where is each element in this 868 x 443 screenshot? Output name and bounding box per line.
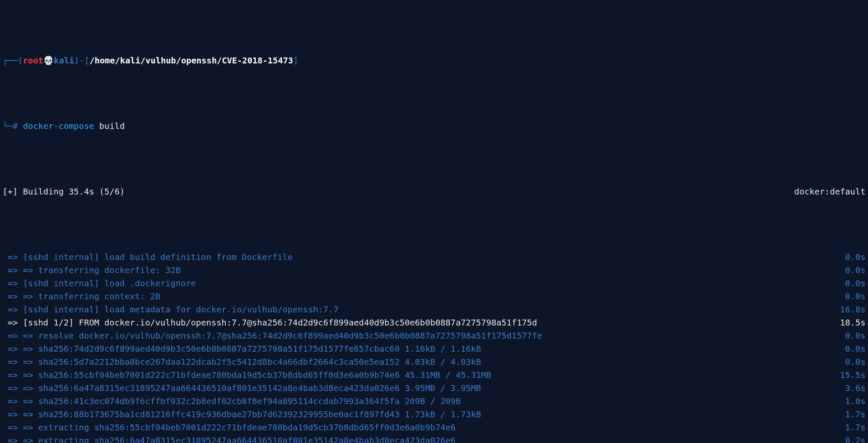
build-status-line: [+] Building 35.4s (5/6) docker:default — [3, 185, 865, 198]
build-row-time: 0.0s — [837, 342, 865, 355]
build-row-text: => => transferring dockerfile: 32B — [3, 264, 181, 277]
build-output: => [sshd internal] load build definition… — [3, 251, 865, 443]
prompt-path: /home/kali/vulhub/openssh/CVE-2018-15473 — [90, 55, 293, 66]
prompt-close: )-[ — [74, 55, 90, 66]
build-row-text: => => resolve docker.io/vulhub/openssh:7… — [3, 329, 542, 342]
build-row-time: 16.8s — [832, 303, 865, 316]
build-row-time: 1.0s — [837, 395, 865, 408]
build-row: => => sha256:6a47a8315ec31895247aa664436… — [3, 382, 865, 395]
terminal[interactable]: ┌──(root💀kali)-[/home/kali/vulhub/openss… — [0, 0, 868, 443]
build-row-text: => [sshd internal] load .dockerignore — [3, 277, 196, 290]
build-row: => => sha256:74d2d9c6f899aed40d9b3c50e6b… — [3, 342, 865, 355]
build-row-text: => => sha256:41c3ec074db9f6cffbf932c2b8e… — [3, 395, 461, 408]
build-row-text: => => sha256:5d7a2212bba8bce267daa122dca… — [3, 355, 481, 369]
prompt-hash: # — [13, 121, 18, 131]
build-row-time: 15.5s — [832, 369, 865, 382]
build-row: => => transferring dockerfile: 32B0.0s — [3, 264, 865, 277]
build-row-text: => => sha256:88b173675ba1cd81216ffc419c9… — [3, 408, 481, 421]
build-row-text: => [sshd internal] load metadata for doc… — [3, 303, 339, 316]
build-row: => => transferring context: 2B0.0s — [3, 290, 865, 303]
build-row-time: 0.0s — [837, 277, 865, 290]
build-row-time: 3.6s — [837, 382, 865, 395]
build-row-text: => => sha256:74d2d9c6f899aed40d9b3c50e6b… — [3, 342, 481, 355]
build-row-text: => => sha256:55cbf04beb7001d222c71bfdeae… — [3, 369, 491, 382]
prompt-end: ] — [293, 55, 298, 66]
build-row-time: 1.7s — [837, 421, 865, 434]
prompt-open: ┌──( — [3, 55, 23, 66]
build-row: => => sha256:88b173675ba1cd81216ffc419c9… — [3, 408, 865, 421]
build-row-text: => => transferring context: 2B — [3, 290, 160, 303]
build-row-text: => => sha256:6a47a8315ec31895247aa664436… — [3, 382, 481, 395]
build-row-time: 0.2s — [837, 434, 865, 443]
build-row-time: 18.5s — [832, 316, 865, 329]
command-part1: docker-compose — [23, 121, 94, 131]
build-row-time: 1.7s — [837, 408, 865, 421]
build-row: => => sha256:5d7a2212bba8bce267daa122dca… — [3, 355, 865, 369]
build-status-left: [+] Building 35.4s (5/6) — [3, 185, 125, 198]
prompt-host: kali — [54, 55, 74, 66]
prompt-user: root — [23, 55, 43, 66]
build-row: => [sshd internal] load .dockerignore0.0… — [3, 277, 865, 290]
build-row: => => sha256:41c3ec074db9f6cffbf932c2b8e… — [3, 395, 865, 408]
build-status-right: docker:default — [786, 185, 865, 198]
skull-icon: 💀 — [43, 55, 54, 66]
command-part2: build — [99, 121, 125, 131]
build-row-text: => [sshd internal] load build definition… — [3, 251, 293, 264]
build-row: => => extracting sha256:55cbf04beb7001d2… — [3, 421, 865, 434]
build-row-text: => => extracting sha256:6a47a8315ec31895… — [3, 434, 456, 443]
build-row: => [sshd 1/2] FROM docker.io/vulhub/open… — [3, 316, 865, 329]
build-row-time: 0.0s — [837, 290, 865, 303]
build-row: => => extracting sha256:6a47a8315ec31895… — [3, 434, 865, 443]
build-row: => => resolve docker.io/vulhub/openssh:7… — [3, 329, 865, 342]
build-row-text: => => extracting sha256:55cbf04beb7001d2… — [3, 421, 456, 434]
build-row-time: 0.0s — [837, 329, 865, 342]
build-row-time: 0.0s — [837, 264, 865, 277]
prompt-corner: └─ — [3, 121, 13, 131]
build-row: => [sshd internal] load metadata for doc… — [3, 303, 865, 316]
prompt-line-2: └─# docker-compose build — [3, 120, 865, 133]
build-row: => [sshd internal] load build definition… — [3, 251, 865, 264]
prompt-line-1: ┌──(root💀kali)-[/home/kali/vulhub/openss… — [3, 54, 865, 67]
build-row: => => sha256:55cbf04beb7001d222c71bfdeae… — [3, 369, 865, 382]
build-row-time: 0.0s — [837, 251, 865, 264]
build-row-time: 0.0s — [837, 355, 865, 369]
build-row-text: => [sshd 1/2] FROM docker.io/vulhub/open… — [3, 316, 537, 329]
